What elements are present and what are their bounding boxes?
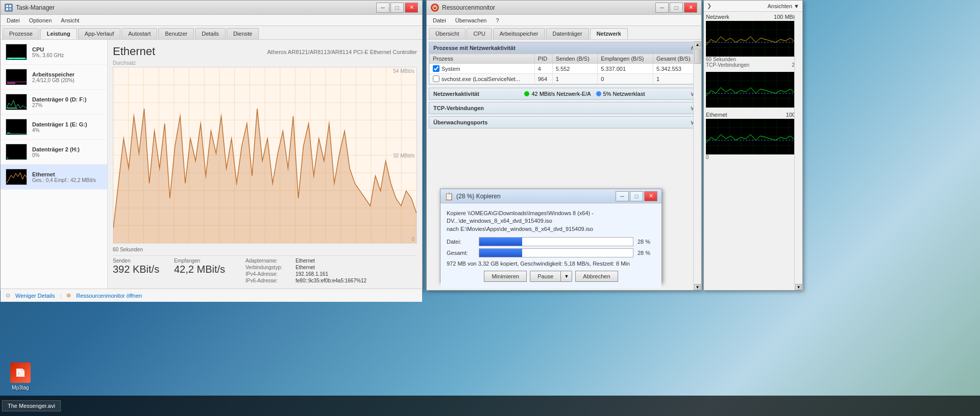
cpu-thumb	[6, 44, 27, 60]
desktop-icon-mp3tag[interactable]: ♪ Mp3tag	[10, 362, 31, 391]
sidebar-item-disk1[interactable]: Datenträger 1 (E: G:) 4%	[1, 115, 107, 140]
sidebar-item-disk0[interactable]: Datenträger 0 (D: F:) 27%	[1, 90, 107, 115]
row1-send: 5.552	[552, 64, 597, 74]
menu-ansicht[interactable]: Ansicht	[57, 16, 83, 24]
rp-tcp-label: TCP-Verbindungen	[706, 62, 749, 68]
disk0-thumb	[6, 94, 27, 110]
rm-tab-ubersicht[interactable]: Übersicht	[429, 28, 465, 39]
menu-optionen[interactable]: Optionen	[25, 16, 56, 24]
rm-icon	[431, 4, 439, 12]
chart-label-mid: 32 MBit/s	[393, 152, 414, 158]
tab-app-verlauf[interactable]: App-Verlauf	[78, 28, 120, 39]
rp-scroll-down[interactable]: ▼	[795, 284, 802, 290]
col-process: Prozess	[430, 54, 535, 64]
tab-bar: Prozesse Leistung App-Verlauf Autostart …	[1, 26, 422, 40]
eth-detail: Ges.: 0,4 Empf.: 42,2 MBit/s	[32, 177, 102, 183]
sidebar-item-eth[interactable]: Ethernet Ges.: 0,4 Empf.: 42,2 MBit/s	[1, 165, 107, 190]
rp-nav-left[interactable]: ❯	[707, 3, 712, 9]
copy-minimize[interactable]	[616, 191, 629, 201]
tab-prozesse[interactable]: Prozesse	[3, 28, 39, 39]
mp3tag-icon: ♪	[10, 362, 31, 383]
sidebar-item-cpu[interactable]: CPU 5%, 3,60 GHz	[1, 40, 107, 65]
rm-tab-netzwerk[interactable]: Netzwerk	[590, 28, 628, 39]
network-activity-bar[interactable]: Netzwerkaktivität 42 MBit/s Netzwerk-E/A…	[429, 88, 699, 100]
rm-tab-cpu[interactable]: CPU	[467, 28, 492, 39]
rp-netzwerk-title-row: Netzwerk 100 MBit/s	[706, 14, 800, 20]
rp-content: Netzwerk 100 MBit/s 60 Sekunden 0 TCP-Ve…	[704, 12, 802, 287]
minimize-button[interactable]	[376, 3, 389, 13]
rp-nav: ❯ Ansichten ▼	[704, 1, 802, 12]
taskbar-item-messenger[interactable]: The Messenger.avi	[2, 400, 61, 411]
file-progress-fill	[479, 238, 522, 246]
dialog-info: 972 MB von 3,32 GB kopiert, Geschwindigk…	[447, 261, 655, 267]
network-green-stat: 42 MBit/s Netzwerk-E/A	[524, 91, 591, 97]
tm-footer: ⊙ Weniger Details | ⊛ Ressourcenmonitor …	[1, 289, 422, 302]
ports-section[interactable]: Überwachungsports ∨	[429, 116, 699, 128]
rm-maximize[interactable]	[670, 3, 683, 13]
ram-name: Arbeitsspeicher	[32, 71, 102, 77]
resource-monitor-link[interactable]: Ressourcenmonitor öffnen	[76, 293, 142, 299]
tab-details[interactable]: Details	[195, 28, 226, 39]
rm-minimize[interactable]	[655, 3, 669, 13]
copy-icon: 📋	[445, 192, 453, 200]
disk2-info: Datenträger 2 (H:) 0%	[32, 146, 102, 158]
col-total: Gesamt (B/S)	[653, 54, 698, 64]
tab-leistung[interactable]: Leistung	[40, 28, 77, 39]
svg-rect-0	[6, 5, 8, 7]
tcp-section[interactable]: TCP-Verbindungen ∨	[429, 102, 699, 114]
network-activity-header[interactable]: Prozesse mit Netzwerkaktivität ∧	[429, 42, 699, 54]
table-row[interactable]: System 4 5.552 5.337.001 5.342.553	[430, 64, 699, 74]
rm-scrollbar[interactable]: ▲ ▼	[693, 41, 701, 290]
copy-close[interactable]	[644, 191, 657, 201]
table-row[interactable]: svchost.exe (LocalServiceNet... 964 1 0 …	[430, 74, 699, 84]
minimize-btn[interactable]: Minimieren	[484, 271, 527, 282]
send-label: Senden	[113, 258, 164, 264]
maximize-button[interactable]	[390, 3, 404, 13]
copy-restore[interactable]	[630, 191, 643, 201]
svg-rect-3	[9, 8, 11, 10]
tab-autostart[interactable]: Autostart	[121, 28, 157, 39]
row1-checkbox[interactable]	[433, 65, 439, 72]
rp-scrollbar[interactable]: ▼	[794, 15, 802, 290]
rp-nav-right[interactable]: Ansichten ▼	[768, 3, 799, 9]
rm-title-bar-left: Ressourcenmonitor	[431, 4, 495, 12]
tab-benutzer[interactable]: Benutzer	[158, 28, 194, 39]
scroll-thumb[interactable]	[694, 48, 701, 64]
adapter-type-value: Ethernet	[296, 265, 315, 270]
file-progress-bar	[479, 237, 633, 246]
ram-thumb	[6, 69, 27, 85]
adapter-type-label: Verbindungstyp:	[246, 265, 291, 270]
sidebar-item-ram[interactable]: Arbeitsspeicher 2,4/12,0 GB (20%)	[1, 65, 107, 90]
send-stat: Senden 392 KBit/s	[113, 258, 164, 283]
rm-tab-arbeitsspeicher[interactable]: Arbeitsspeicher	[493, 28, 545, 39]
task-manager-window: Task-Manager Datei Optionen Ansicht Proz…	[0, 0, 423, 291]
row2-checkbox[interactable]	[433, 75, 439, 82]
rp-eth-chart2	[706, 119, 800, 154]
row1-process: System	[430, 64, 535, 74]
rm-tab-datentrager[interactable]: Datenträger	[546, 28, 589, 39]
rm-menu-uberwachen[interactable]: Überwachen	[451, 16, 491, 24]
disk1-info: Datenträger 1 (E: G:) 4%	[32, 121, 102, 133]
task-manager-icon	[5, 4, 13, 12]
rm-menu-help[interactable]: ?	[492, 16, 503, 24]
cancel-btn[interactable]: Abbrechen	[575, 271, 618, 282]
rm-close[interactable]	[684, 3, 697, 13]
rm-menu-datei[interactable]: Datei	[429, 16, 450, 24]
disk0-name: Datenträger 0 (D: F:)	[32, 96, 102, 102]
scroll-up[interactable]: ▲	[694, 41, 701, 47]
less-details-link[interactable]: Weniger Details	[15, 293, 55, 299]
menu-datei[interactable]: Datei	[3, 16, 24, 24]
right-panel-window: ❯ Ansichten ▼ Netzwerk 100 MBit/s 60 Sek…	[703, 0, 803, 291]
rp-netzwerk-section: Netzwerk 100 MBit/s 60 Sekunden 0 TCP-Ve…	[706, 14, 800, 68]
scroll-down[interactable]: ▼	[694, 284, 701, 290]
close-button[interactable]	[405, 3, 418, 13]
menu-bar: Datei Optionen Ansicht	[1, 15, 422, 26]
ram-detail: 2,4/12,0 GB (20%)	[32, 77, 102, 83]
disk1-detail: 4%	[32, 127, 102, 133]
file-pct: 28 %	[638, 239, 655, 245]
sidebar-item-disk2[interactable]: Datenträger 2 (H:) 0%	[1, 140, 107, 165]
pause-btn[interactable]: Pause	[530, 271, 560, 282]
rp-eth-title-row: Ethernet 100%	[706, 112, 800, 118]
tab-dienste[interactable]: Dienste	[227, 28, 259, 39]
pause-arrow-btn[interactable]: ▼	[560, 271, 572, 282]
